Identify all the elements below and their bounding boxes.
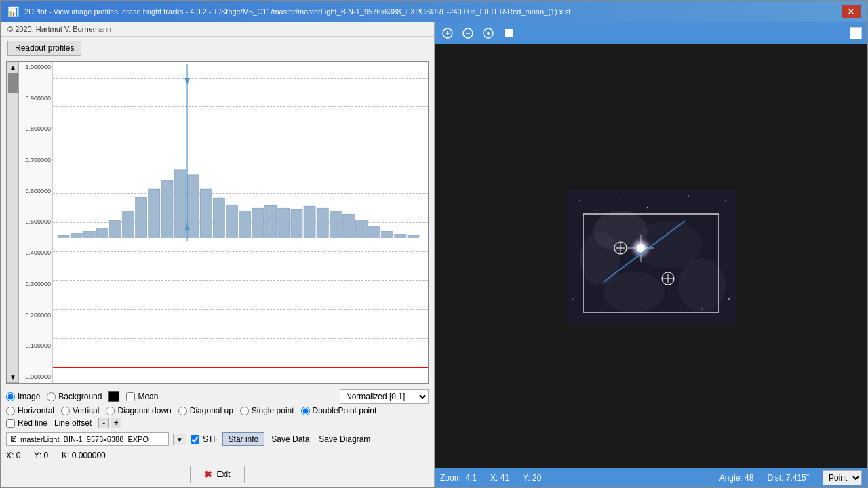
svg-point-47 (620, 197, 620, 197)
svg-rect-4 (109, 220, 121, 237)
svg-rect-5 (123, 211, 134, 237)
star-info-button[interactable]: Star info (222, 432, 265, 446)
svg-rect-14 (239, 211, 250, 237)
save-diagram-button[interactable]: Save Diagram (316, 433, 373, 445)
svg-rect-17 (278, 208, 290, 237)
vertical-slider[interactable]: ▲ ▼ (7, 62, 19, 383)
offset-plus-btn[interactable]: + (111, 418, 121, 428)
file-icon: 🖹 (9, 434, 18, 444)
chart-container: ▲ ▼ 1.000000 0.900000 0.800000 0.700000 … (1, 58, 434, 384)
left-panel: © 2020, Hartmut V. Bornemann Readout pro… (1, 22, 435, 487)
grid-line (53, 280, 428, 281)
radio-background-label[interactable]: Background (47, 392, 102, 401)
point-dropdown[interactable]: Point (823, 470, 862, 485)
checkbox-redline-label[interactable]: Red line (6, 418, 47, 428)
radio-diagdown[interactable] (106, 407, 115, 415)
svg-point-37 (487, 32, 490, 35)
radio-double[interactable] (301, 407, 310, 415)
checkbox-redline[interactable] (6, 419, 15, 428)
svg-rect-26 (395, 234, 406, 237)
svg-rect-24 (369, 226, 380, 237)
radio-vertical[interactable] (61, 407, 70, 415)
y-axis: 1.000000 0.900000 0.800000 0.700000 0.60… (19, 62, 53, 383)
zoom-in-button[interactable] (440, 26, 455, 41)
red-baseline (53, 367, 428, 368)
svg-rect-22 (342, 214, 354, 237)
y-status: Y: 20 (523, 473, 541, 483)
stop-button[interactable] (501, 26, 516, 41)
svg-point-46 (596, 210, 597, 211)
close-button[interactable]: ✕ (842, 5, 861, 18)
svg-rect-16 (265, 205, 277, 237)
y-label-4: 0.400000 (20, 250, 51, 256)
radio-diagdown-label[interactable]: Diagonal down (106, 406, 171, 415)
stf-checkbox-label[interactable]: STF (191, 434, 218, 444)
right-panel: Zoom: 4:1 X: 41 Y: 20 Angle: 48 Dist: 7.… (435, 22, 867, 487)
svg-point-57 (728, 298, 730, 299)
svg-rect-2 (83, 231, 95, 237)
exit-button[interactable]: ✖ Exit (190, 466, 244, 483)
radio-image[interactable] (6, 392, 15, 401)
save-data-button[interactable]: Save Data (269, 433, 312, 445)
radio-background[interactable] (47, 392, 56, 401)
dist-status: Dist: 7.415" (767, 473, 809, 483)
radio-horizontal-label[interactable]: Horizontal (6, 406, 54, 415)
svg-rect-20 (317, 208, 328, 237)
stf-checkbox[interactable] (191, 435, 199, 444)
file-dropdown-btn[interactable]: ▼ (173, 434, 186, 445)
svg-point-48 (647, 206, 648, 207)
svg-point-44 (604, 272, 665, 312)
svg-rect-3 (96, 228, 108, 237)
y-label-8: 0.800000 (20, 126, 51, 132)
svg-rect-18 (291, 209, 302, 237)
svg-rect-1 (71, 233, 82, 237)
radio-vertical-label[interactable]: Vertical (61, 406, 99, 415)
chart-plot (53, 62, 428, 383)
content-area: © 2020, Hartmut V. Bornemann Readout pro… (1, 22, 867, 487)
y-label-6: 0.600000 (20, 188, 51, 195)
svg-marker-29 (184, 78, 190, 85)
svg-rect-27 (408, 235, 419, 237)
display-mode-row: Image Background Mean Normalized [0,1] (6, 389, 429, 404)
title-bar: 📊 2DPlot - View image profiles, erase br… (1, 1, 867, 22)
svg-point-45 (579, 200, 580, 201)
file-row: 🖹 masterLight_BIN-1_9576x6388_EXPO ▼ STF… (6, 430, 429, 448)
radio-horizontal[interactable] (6, 407, 15, 415)
radio-double-label[interactable]: DoublePoint point (301, 406, 377, 415)
checkbox-mean-label[interactable]: Mean (126, 392, 158, 401)
radio-single-label[interactable]: Single point (240, 406, 294, 415)
zoom-out-button[interactable] (460, 26, 475, 41)
y-label-0: 0.000000 (20, 374, 51, 380)
readout-section: Readout profiles (1, 37, 434, 58)
line-offset-label: Line offset (54, 418, 92, 428)
offset-minus-btn[interactable]: - (98, 418, 109, 428)
file-input: 🖹 masterLight_BIN-1_9576x6388_EXPO (6, 432, 169, 446)
svg-point-53 (586, 278, 587, 279)
svg-rect-6 (136, 197, 147, 237)
direction-row: Horizontal Vertical Diagonal down Diagon… (6, 406, 429, 415)
radio-image-label[interactable]: Image (6, 392, 40, 401)
svg-rect-0 (58, 235, 69, 237)
app-icon: 📊 (7, 6, 19, 17)
main-window: 📊 2DPlot - View image profiles, erase br… (0, 0, 868, 488)
readout-profiles-button[interactable]: Readout profiles (7, 41, 81, 56)
y-label-9: 0.900000 (20, 96, 51, 102)
normalize-dropdown[interactable]: Normalized [0,1] Normalized [0,255] Raw (340, 389, 429, 404)
checkbox-mean[interactable] (126, 392, 135, 401)
svg-rect-11 (200, 189, 212, 237)
redline-row: Red line Line offset - + (6, 418, 429, 428)
y-label-2: 0.200000 (20, 312, 51, 319)
svg-point-51 (725, 200, 726, 201)
svg-rect-19 (304, 206, 315, 237)
svg-rect-8 (161, 180, 173, 237)
y-label-5: 0.500000 (20, 219, 51, 225)
zoom-reset-button[interactable] (481, 26, 496, 41)
radio-diagup[interactable] (178, 407, 187, 415)
svg-rect-10 (187, 175, 199, 238)
y-label-7: 0.700000 (20, 157, 51, 163)
svg-rect-12 (213, 198, 224, 237)
y-label-10: 1.000000 (20, 64, 51, 70)
slider-thumb[interactable] (8, 73, 18, 93)
radio-diagup-label[interactable]: Diagonal up (178, 406, 233, 415)
radio-single[interactable] (240, 407, 249, 415)
